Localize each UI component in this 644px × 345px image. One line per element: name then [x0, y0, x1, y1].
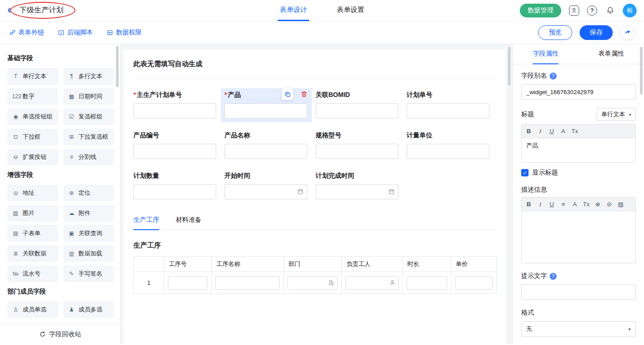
format-icon[interactable]: B [523, 201, 535, 208]
preview-button[interactable]: 预览 [538, 25, 572, 40]
format-icon[interactable]: Tx [569, 128, 581, 135]
field-product-code[interactable]: 产品编号 [130, 129, 221, 163]
format-select[interactable]: 无 ▾ [521, 321, 636, 337]
back-button[interactable]: ‹ [7, 4, 11, 15]
palette-item[interactable]: ¶ 多行文本 [63, 68, 114, 85]
field-input[interactable] [133, 103, 216, 119]
palette-item[interactable]: ▥ 数据加载 [63, 245, 114, 262]
format-icon[interactable]: I [535, 128, 546, 135]
avatar[interactable]: 检 [623, 4, 637, 17]
tab-form-settings[interactable]: 表单设置 [335, 0, 366, 21]
hint-help-icon[interactable]: ? [550, 273, 557, 280]
field-product-name[interactable]: 产品名称 [221, 129, 312, 163]
tab-form-design[interactable]: 表单设计 [278, 0, 309, 21]
palette-item[interactable]: ◎ 地址 [7, 185, 58, 201]
bell-icon[interactable] [605, 6, 615, 16]
tab-field-properties[interactable]: 字段属性 [513, 44, 579, 64]
tab-form-properties[interactable]: 表单属性 [579, 44, 644, 64]
palette-item[interactable]: ♟ 成员多选 [63, 301, 114, 318]
link-label: 表单外链 [18, 28, 44, 37]
tab-material-prep[interactable]: 材料准备 [176, 216, 201, 230]
palette-item[interactable]: ☁ 附件 [63, 205, 114, 221]
translate-icon[interactable]: 文 [569, 6, 579, 16]
field-input[interactable] [224, 184, 307, 199]
field-input[interactable] [133, 184, 216, 199]
field-recycle-bin[interactable]: 字段回收站 [0, 324, 120, 344]
format-icon[interactable]: Tx [581, 201, 592, 208]
palette-item[interactable]: № 流水号 [7, 266, 58, 282]
hint-input[interactable] [521, 284, 636, 300]
format-icon[interactable]: A [558, 128, 569, 135]
alias-input[interactable] [521, 84, 636, 100]
field-input[interactable] [224, 103, 307, 119]
form-external-link[interactable]: 表单外链 [9, 28, 44, 37]
format-icon[interactable]: U [546, 128, 558, 135]
title-editor-body[interactable]: 产品 [522, 138, 635, 162]
format-icon[interactable]: ⊘ [604, 201, 615, 208]
cell-input-process-name[interactable] [215, 276, 280, 290]
palette-item[interactable]: ▣ 关联查询 [63, 225, 114, 242]
palette-item[interactable]: ▦ 日期时间 [63, 88, 114, 105]
field-unit[interactable]: 计量单位 [403, 129, 494, 163]
palette-item[interactable]: ⊡ 下拉框 [7, 129, 58, 145]
cell-input-duration[interactable] [407, 276, 447, 290]
palette-item[interactable]: ≡ 分割线 [63, 149, 114, 165]
share-button[interactable] [620, 25, 635, 40]
palette-item[interactable]: T 单行文本 [7, 68, 58, 85]
help-icon[interactable]: ? [587, 6, 597, 16]
field-spec-model[interactable]: 规格型号 [312, 129, 403, 163]
field-input[interactable] [224, 144, 307, 159]
cell-input-price[interactable] [455, 276, 493, 290]
title-editor-toolbar: BIUATx [522, 124, 635, 138]
field-main-plan-no[interactable]: *主生产计划单号 [130, 88, 221, 122]
format-icon[interactable]: B [523, 128, 535, 135]
panel-scrollbar[interactable] [640, 47, 643, 95]
palette-item[interactable]: ☑ 复选框组 [63, 108, 114, 125]
palette-item[interactable]: ⊞ 下拉复选框 [63, 129, 114, 145]
data-permission-link[interactable]: 数据权限 [107, 28, 142, 37]
palette-item[interactable]: ⊖ 扩展按钮 [7, 149, 58, 165]
tab-production-process[interactable]: 生产工序 [133, 216, 159, 230]
palette-item[interactable]: ⊕ 定位 [63, 185, 114, 201]
backend-script-link[interactable]: 后端脚本 [58, 28, 93, 37]
sidebar-scrollbar[interactable] [116, 46, 119, 87]
header-right: 数据管理 文 ? 检 [520, 4, 637, 17]
palette-item[interactable]: ◉ 单选按钮组 [7, 108, 58, 125]
format-icon[interactable]: A [569, 201, 581, 208]
field-type-select[interactable]: 单行文本 ▾ [597, 108, 636, 121]
palette-item[interactable]: 123 数字 [7, 88, 58, 105]
field-start-time[interactable]: 开始时间 [221, 169, 312, 203]
palette-item[interactable]: ♙ 成员单选 [7, 301, 58, 318]
canvas-scrollbar[interactable] [508, 47, 511, 85]
field-input[interactable] [407, 103, 489, 119]
column-header: 单价 [451, 257, 496, 272]
delete-field-button[interactable] [298, 88, 310, 100]
description-editor-body[interactable] [522, 211, 635, 263]
show-title-checkbox[interactable]: ✓ [521, 169, 529, 176]
format-icon[interactable]: ⊗ [592, 201, 604, 208]
alias-help-icon[interactable]: ? [550, 73, 557, 79]
palette-item[interactable]: ▨ 图片 [7, 205, 58, 221]
field-input[interactable] [407, 144, 489, 159]
format-icon[interactable]: ▨ [615, 201, 627, 208]
format-icon[interactable]: ≡ [558, 201, 569, 208]
field-input[interactable] [316, 184, 398, 199]
field-bomid[interactable]: 关联BOMID [312, 88, 403, 122]
field-plan-qty[interactable]: 计划数量 [130, 169, 221, 203]
field-actions [282, 88, 310, 100]
palette-item[interactable]: ≣ 关联数据 [7, 245, 58, 262]
field-input[interactable] [133, 144, 216, 159]
format-icon[interactable]: U [546, 201, 558, 208]
save-button[interactable]: 保存 [580, 25, 613, 40]
field-product[interactable]: *产品 [221, 88, 312, 122]
field-plan-finish-time[interactable]: 计划完成时间 [312, 169, 403, 203]
palette-item[interactable]: ✎ 手写签名 [63, 266, 114, 282]
field-input[interactable] [316, 103, 398, 119]
data-manage-button[interactable]: 数据管理 [520, 4, 561, 17]
palette-item[interactable]: ▤ 子表单 [7, 225, 58, 242]
format-icon[interactable]: I [535, 201, 546, 208]
copy-field-button[interactable] [282, 88, 293, 100]
cell-input-process-no[interactable] [168, 276, 207, 290]
field-plan-no[interactable]: 计划单号 [403, 88, 494, 122]
field-input[interactable] [316, 144, 398, 159]
